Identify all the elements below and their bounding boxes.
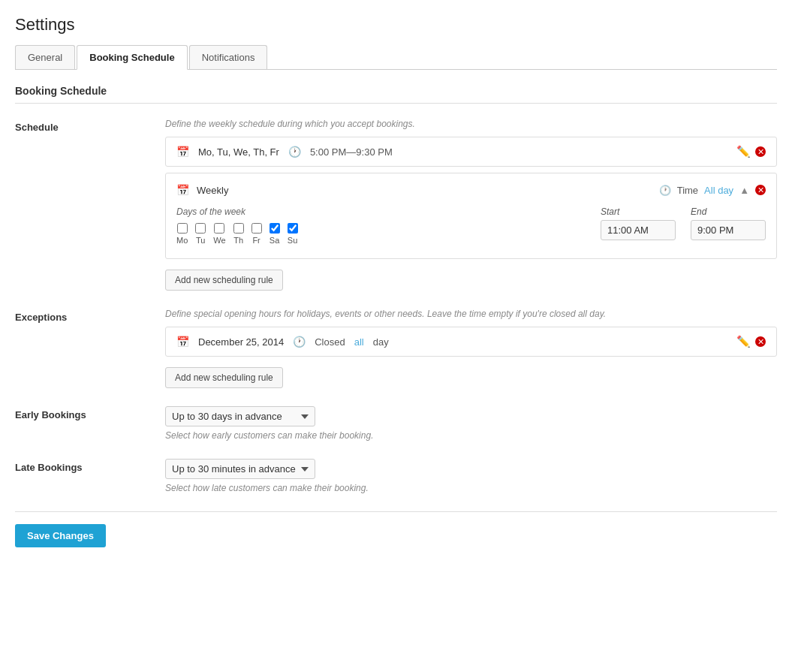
clock-icon: 🕐 <box>288 146 301 158</box>
checkbox-mo[interactable] <box>177 223 188 234</box>
day-fr-label: Fr <box>252 236 260 245</box>
expanded-header: 📅 Weekly 🕐 Time All day ▲ ✕ <box>176 184 766 196</box>
days-section: Days of the week Mo Tu <box>176 206 766 248</box>
clock-icon-exception: 🕐 <box>293 336 306 348</box>
time-fields: Start End <box>601 206 766 248</box>
exceptions-content: Define special opening hours for holiday… <box>165 309 777 388</box>
tab-booking-schedule[interactable]: Booking Schedule <box>77 45 187 70</box>
exception-day-text: day <box>373 336 389 348</box>
days-label: Days of the week <box>176 206 578 217</box>
clock-icon-expanded: 🕐 <box>659 185 671 196</box>
checkbox-su[interactable] <box>288 223 298 234</box>
end-field-group: End <box>691 206 766 248</box>
late-bookings-select[interactable]: Up to 15 minutes in advance Up to 30 min… <box>165 459 315 479</box>
day-mo: Mo <box>176 223 188 245</box>
footer: Save Changes <box>15 511 777 547</box>
day-sa-label: Sa <box>270 236 279 245</box>
calendar-icon-expanded: 📅 <box>176 184 189 196</box>
day-we-label: We <box>213 236 225 245</box>
tab-notifications[interactable]: Notifications <box>189 45 268 69</box>
exception-status: Closed <box>315 336 345 348</box>
checkbox-we[interactable] <box>214 223 224 234</box>
edit-rule-icon[interactable]: ✏️ <box>736 145 751 158</box>
early-bookings-row: Early Bookings Up to 7 days in advance U… <box>15 406 777 441</box>
schedule-label: Schedule <box>15 119 165 291</box>
day-su-label: Su <box>288 236 297 245</box>
exception-rule-right: ✏️ ✕ <box>736 335 766 348</box>
time-allday-toggle: 🕐 Time All day <box>659 185 733 196</box>
remove-exception-button[interactable]: ✕ <box>755 336 766 347</box>
start-label: Start <box>601 206 676 217</box>
checkbox-sa[interactable] <box>270 223 280 234</box>
rule-days: Mo, Tu, We, Th, Fr <box>198 146 279 158</box>
tabs-bar: General Booking Schedule Notifications <box>15 45 777 70</box>
end-label: End <box>691 206 766 217</box>
day-sa: Sa <box>270 223 280 245</box>
schedule-row: Schedule Define the weekly schedule duri… <box>15 119 777 291</box>
allday-link[interactable]: All day <box>704 185 733 196</box>
checkboxes-row: Mo Tu We Th <box>176 223 578 245</box>
early-bookings-hint: Select how early customers can make thei… <box>165 430 777 441</box>
section-title: Booking Schedule <box>15 85 777 104</box>
end-time-input[interactable] <box>691 220 766 240</box>
exceptions-hint: Define special opening hours for holiday… <box>165 309 777 319</box>
time-link[interactable]: Time <box>677 185 698 196</box>
day-th-label: Th <box>233 236 243 245</box>
rule-right: ✏️ ✕ <box>736 145 766 158</box>
checkbox-th[interactable] <box>233 223 244 234</box>
start-field-group: Start <box>601 206 676 248</box>
day-we: We <box>213 223 225 245</box>
exception-rule: 📅 December 25, 2014 🕐 Closed all day ✏️ … <box>165 327 777 357</box>
schedule-rule-expanded: 📅 Weekly 🕐 Time All day ▲ ✕ <box>165 173 777 259</box>
expanded-header-left: 📅 Weekly <box>176 184 228 196</box>
late-bookings-label: Late Bookings <box>15 459 165 493</box>
day-su: Su <box>288 223 298 245</box>
expanded-header-right: 🕐 Time All day ▲ ✕ <box>659 185 766 196</box>
calendar-icon: 📅 <box>176 146 189 158</box>
day-fr: Fr <box>251 223 262 245</box>
late-bookings-hint: Select how late customers can make their… <box>165 483 777 493</box>
add-schedule-rule-button[interactable]: Add new scheduling rule <box>165 270 283 291</box>
schedule-hint: Define the weekly schedule during which … <box>165 119 777 129</box>
start-time-input[interactable] <box>601 220 676 240</box>
edit-exception-icon[interactable]: ✏️ <box>736 335 751 348</box>
add-exception-rule-button[interactable]: Add new scheduling rule <box>165 367 283 388</box>
calendar-icon-exception: 📅 <box>176 336 189 348</box>
late-bookings-row: Late Bookings Up to 15 minutes in advanc… <box>15 459 777 493</box>
early-bookings-label: Early Bookings <box>15 406 165 441</box>
schedule-content: Define the weekly schedule during which … <box>165 119 777 291</box>
exception-rule-left: 📅 December 25, 2014 🕐 Closed all day <box>176 336 389 348</box>
save-changes-button[interactable]: Save Changes <box>15 524 106 547</box>
collapse-icon[interactable]: ▲ <box>739 185 749 196</box>
weekly-label: Weekly <box>197 185 228 196</box>
exceptions-row: Exceptions Define special opening hours … <box>15 309 777 388</box>
schedule-rule-compact: 📅 Mo, Tu, We, Th, Fr 🕐 5:00 PM—9:30 PM ✏… <box>165 137 777 167</box>
rule-time: 5:00 PM—9:30 PM <box>310 146 393 158</box>
day-mo-label: Mo <box>176 236 188 245</box>
exception-all-link[interactable]: all <box>354 336 364 348</box>
early-bookings-select[interactable]: Up to 7 days in advance Up to 14 days in… <box>165 406 315 426</box>
days-of-week: Days of the week Mo Tu <box>176 206 578 248</box>
page-title: Settings <box>15 15 777 35</box>
exception-date: December 25, 2014 <box>198 336 284 348</box>
day-th: Th <box>233 223 244 245</box>
checkbox-tu[interactable] <box>195 223 206 234</box>
day-tu: Tu <box>195 223 206 245</box>
exceptions-label: Exceptions <box>15 309 165 388</box>
early-bookings-content: Up to 7 days in advance Up to 14 days in… <box>165 406 777 441</box>
remove-expanded-rule-button[interactable]: ✕ <box>755 185 766 195</box>
tab-general[interactable]: General <box>15 45 75 69</box>
day-tu-label: Tu <box>196 236 205 245</box>
checkbox-fr[interactable] <box>251 223 262 234</box>
late-bookings-content: Up to 15 minutes in advance Up to 30 min… <box>165 459 777 493</box>
remove-rule-button[interactable]: ✕ <box>755 146 766 157</box>
rule-left: 📅 Mo, Tu, We, Th, Fr 🕐 5:00 PM—9:30 PM <box>176 146 393 158</box>
